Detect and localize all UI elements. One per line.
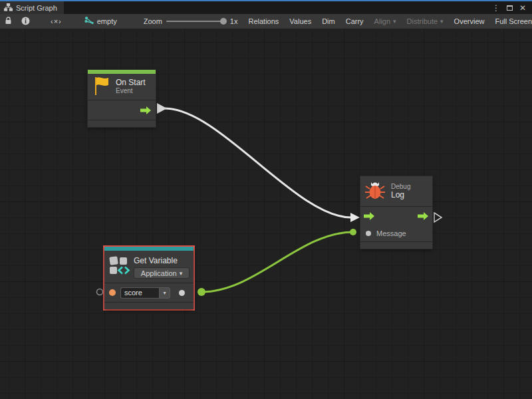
node-get-variable[interactable]: Get Variable Application ▾ ▾ <box>104 247 194 309</box>
toolbar-button-distribute[interactable]: Distribute ▾ <box>402 14 449 29</box>
object-input-port[interactable] <box>109 289 116 296</box>
variable-kind-dropdown[interactable]: Application ▾ <box>134 267 190 279</box>
flow-input-port[interactable] <box>364 211 375 221</box>
control-wire-source-cap <box>157 103 167 114</box>
toolbar-button-dim[interactable]: Dim <box>317 14 340 29</box>
value-output-port[interactable] <box>179 290 185 296</box>
control-wire-onstart-to-log[interactable] <box>165 108 351 217</box>
toolbar-button-fullscreen[interactable]: Full Screen <box>489 14 532 29</box>
bug-icon <box>364 180 386 203</box>
node-footer <box>88 120 156 127</box>
graph-toolbar: ‹×› empty Zoom 1x Relations Values Dim C… <box>0 14 532 29</box>
window-maximize-icon[interactable] <box>504 3 515 13</box>
toolbar-button-values[interactable]: Values <box>284 14 317 29</box>
info-icon <box>21 17 30 27</box>
flag-icon <box>93 76 110 98</box>
node-on-start[interactable]: On Start Event <box>88 70 156 127</box>
button-label: Distribute <box>407 17 438 25</box>
variable-name-dropdown[interactable]: ▾ <box>159 287 170 299</box>
node-subtitle: Event <box>116 87 146 95</box>
message-input-port[interactable] <box>366 231 371 236</box>
getvariable-null-check-port[interactable] <box>97 289 103 295</box>
chevron-down-icon: ▾ <box>393 18 396 25</box>
button-label: Dim <box>322 17 335 25</box>
window-controls: ⋮ ✕ <box>491 1 532 14</box>
chevron-down-icon: ▾ <box>440 18 444 25</box>
get-variable-icon <box>109 255 130 278</box>
flow-output-port[interactable] <box>418 211 429 221</box>
lock-icon <box>5 17 12 26</box>
button-label: Values <box>289 17 311 25</box>
tab-script-graph[interactable]: Script Graph <box>0 1 64 14</box>
button-label: Overview <box>454 17 485 25</box>
wire-layer <box>0 29 532 399</box>
toolbar-button-carry[interactable]: Carry <box>340 14 369 29</box>
zoom-slider-knob[interactable] <box>220 18 227 25</box>
message-port-label: Message <box>376 229 406 237</box>
variable-name-field[interactable] <box>120 287 159 299</box>
window-menu-icon[interactable]: ⋮ <box>491 3 501 13</box>
zoom-widget: Zoom 1x <box>138 14 243 29</box>
script-graph-window: Script Graph ⋮ ✕ ‹×› <box>0 0 532 399</box>
chevron-down-icon: ▾ <box>163 290 166 296</box>
node-title: On Start <box>116 78 146 87</box>
tab-label: Script Graph <box>16 4 57 12</box>
graph-icon <box>84 17 94 26</box>
node-title: Log <box>391 191 410 200</box>
graph-name-label: empty <box>97 17 117 25</box>
code-icon: ‹×› <box>51 17 62 25</box>
node-footer <box>360 242 432 249</box>
zoom-value: 1x <box>230 17 238 25</box>
flow-output-port[interactable] <box>140 106 152 115</box>
info-button[interactable] <box>17 14 35 29</box>
window-close-icon[interactable]: ✕ <box>517 3 528 13</box>
selection-outline: Get Variable Application ▾ ▾ <box>103 245 195 311</box>
log-output-flow-port-empty[interactable] <box>434 213 442 222</box>
toolbar-button-relations[interactable]: Relations <box>243 14 284 29</box>
control-wire-arrowhead <box>350 213 360 222</box>
toolbar-button-align[interactable]: Align ▾ <box>369 14 402 29</box>
node-title: Get Variable <box>134 256 178 265</box>
button-label: Relations <box>248 17 279 25</box>
tab-bar: Script Graph ⋮ ✕ <box>0 1 532 14</box>
chevron-down-icon: ▾ <box>180 270 183 277</box>
node-debug-log[interactable]: Debug Log Message <box>360 176 432 249</box>
node-footer <box>104 303 194 309</box>
button-label: Align <box>374 17 390 25</box>
variable-kind-value: Application <box>141 269 177 277</box>
zoom-label: Zoom <box>144 17 162 25</box>
toolbar-button-overview[interactable]: Overview <box>449 14 490 29</box>
value-wire-score-to-message[interactable] <box>201 232 353 292</box>
button-label: Carry <box>346 17 364 25</box>
lock-button[interactable] <box>0 14 17 29</box>
code-preview-button[interactable]: ‹×› <box>35 14 78 29</box>
value-wire-target-dot <box>350 229 356 235</box>
button-label: Full Screen <box>495 17 532 25</box>
zoom-slider[interactable] <box>166 21 226 22</box>
graph-breadcrumb[interactable]: empty <box>78 14 124 29</box>
graph-canvas[interactable]: On Start Event <box>0 29 532 399</box>
script-graph-icon <box>4 3 13 13</box>
value-wire-source-dot <box>198 288 205 296</box>
